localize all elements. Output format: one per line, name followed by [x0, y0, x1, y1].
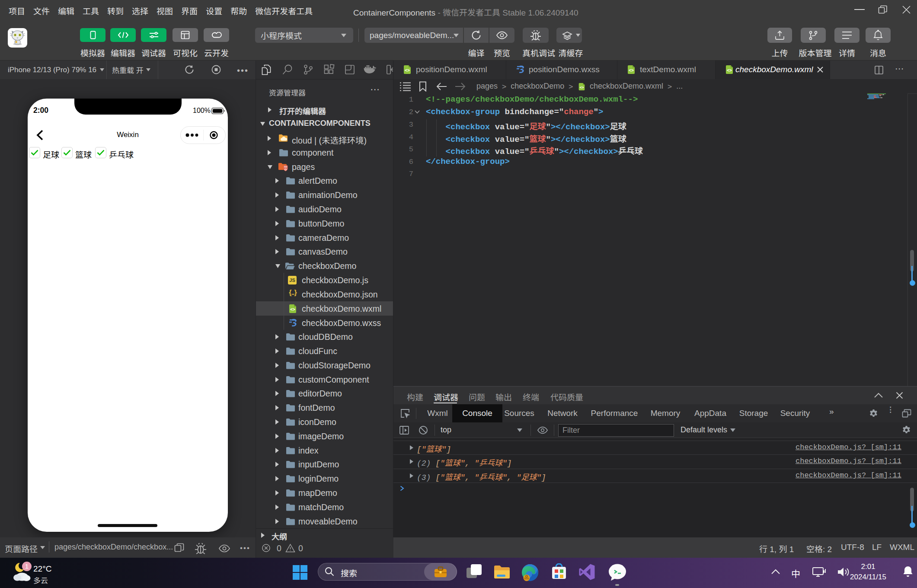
svg-text:<>: <> [629, 68, 634, 73]
svg-text:<>: <> [727, 68, 732, 73]
svg-text:<>: <> [284, 166, 287, 170]
svg-text:<>: <> [405, 68, 410, 73]
svg-text:<>: <> [290, 307, 295, 312]
svg-text:<>: <> [579, 85, 584, 89]
